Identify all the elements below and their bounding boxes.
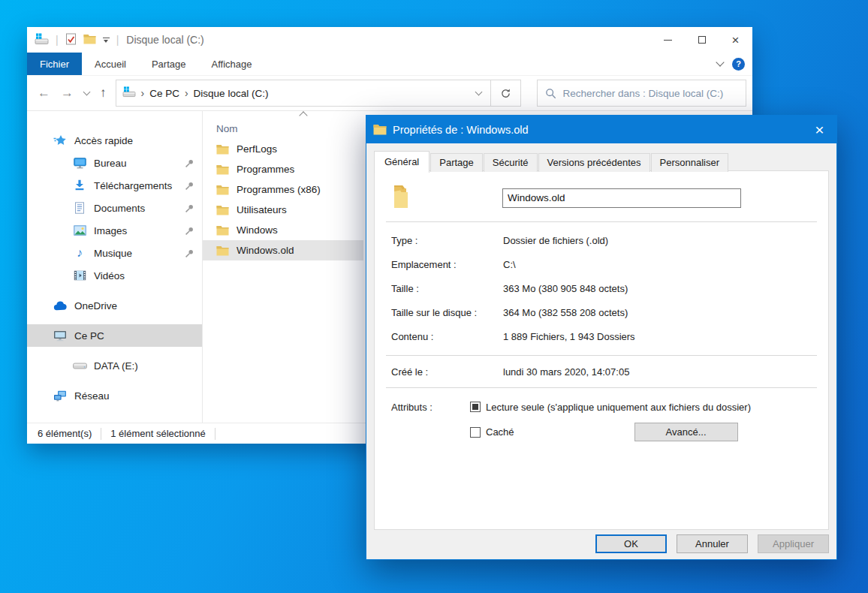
file-row-utilisateurs[interactable]: Utilisateurs	[203, 200, 363, 220]
status-separator	[215, 428, 215, 440]
hidden-checkbox[interactable]	[470, 427, 481, 438]
pin-icon	[185, 181, 194, 191]
sidebar-item-label: Réseau	[74, 390, 110, 402]
close-icon: ×	[732, 34, 740, 47]
maximize-button[interactable]	[685, 27, 719, 53]
maximize-icon	[698, 36, 706, 44]
sidebar-item-reseau[interactable]: Réseau	[27, 384, 202, 407]
address-bar[interactable]: › Ce PC › Disque local (C:)	[116, 80, 491, 107]
tab-accueil[interactable]: Accueil	[82, 53, 139, 75]
file-name: Utilisateurs	[237, 204, 287, 215]
sidebar-item-musique[interactable]: ♪ Musique	[27, 242, 202, 264]
pin-icon	[185, 158, 194, 168]
new-folder-quick-button[interactable]	[83, 34, 96, 47]
sidebar-item-videos[interactable]: Vidéos	[27, 264, 202, 287]
sidebar-item-label: Bureau	[94, 158, 127, 169]
videos-icon	[72, 270, 87, 281]
attributes-section: Attributs : Lecture seule (s'applique un…	[385, 397, 818, 441]
sidebar-item-label: Ce PC	[74, 330, 104, 342]
separator	[386, 387, 817, 388]
folder-icon	[216, 245, 229, 256]
properties-dialog: Propriétés de : Windows.old × Général Pa…	[366, 115, 837, 560]
folder-icon	[216, 164, 229, 175]
property-label: Taille sur le disque :	[391, 307, 503, 318]
property-row-taille-disque: Taille sur le disque : 364 Mo (382 558 2…	[385, 300, 818, 324]
recent-locations-icon[interactable]	[83, 89, 91, 96]
sidebar-item-label: OneDrive	[74, 300, 117, 312]
file-row-programmes[interactable]: Programmes	[203, 159, 363, 179]
tab-partage[interactable]: Partage	[430, 153, 483, 172]
tab-fichier[interactable]: Fichier	[27, 53, 82, 75]
folder-icon	[391, 185, 418, 211]
sidebar-item-onedrive[interactable]: OneDrive	[27, 294, 202, 317]
folder-icon	[216, 144, 229, 155]
minimize-button[interactable]	[651, 27, 685, 53]
selection-count: 1 élément sélectionné	[110, 428, 205, 439]
items-count: 6 élément(s)	[38, 428, 92, 439]
folder-name-input[interactable]	[502, 188, 741, 208]
this-pc-icon	[53, 330, 68, 342]
property-value: 1 889 Fichiers, 1 943 Dossiers	[503, 331, 635, 342]
refresh-button[interactable]	[491, 80, 521, 107]
sidebar-item-label: Images	[94, 225, 127, 236]
network-icon	[53, 390, 68, 402]
dialog-tab-strip: Général Partage Sécurité Versions précéd…	[366, 143, 836, 172]
tab-general[interactable]: Général	[374, 151, 429, 173]
titlebar-separator: |	[56, 34, 59, 46]
sidebar-item-ce-pc[interactable]: Ce PC	[27, 324, 202, 347]
sidebar-item-images[interactable]: Images	[27, 219, 202, 242]
sidebar-item-telechargements[interactable]: Téléchargements	[27, 174, 202, 197]
properties-quick-button[interactable]	[65, 33, 77, 47]
property-value: C:\	[503, 259, 516, 270]
property-row-taille: Taille : 363 Mo (380 905 848 octets)	[385, 276, 818, 300]
tab-partage[interactable]: Partage	[139, 53, 199, 75]
apply-button[interactable]: Appliquer	[758, 534, 829, 553]
forward-button[interactable]: →	[61, 86, 74, 101]
qat-customize-dropdown[interactable]	[103, 38, 110, 43]
tab-affichage[interactable]: Affichage	[198, 53, 264, 75]
tab-versions-precedentes[interactable]: Versions précédentes	[538, 153, 650, 172]
explorer-titlebar: | | Dis	[27, 27, 752, 53]
advanced-button[interactable]: Avancé...	[634, 423, 738, 441]
expand-ribbon-icon[interactable]	[716, 58, 724, 66]
help-icon[interactable]: ?	[732, 58, 745, 71]
cancel-button[interactable]: Annuler	[677, 534, 748, 553]
breadcrumb-ce-pc[interactable]: Ce PC	[149, 88, 179, 99]
back-button[interactable]: ←	[38, 86, 50, 101]
tab-securite[interactable]: Sécurité	[484, 153, 538, 172]
quick-access-icon	[53, 134, 68, 146]
ok-button[interactable]: OK	[595, 534, 667, 553]
close-button[interactable]: ×	[719, 27, 752, 53]
sidebar-item-data-drive[interactable]: DATA (E:)	[27, 354, 202, 377]
dialog-title: Propriétés de : Windows.old	[393, 124, 529, 136]
search-box[interactable]	[537, 80, 746, 107]
onedrive-icon	[53, 301, 68, 311]
readonly-checkbox[interactable]	[470, 402, 481, 412]
file-row-perflogs[interactable]: PerfLogs	[203, 139, 363, 159]
chevron-down-icon	[475, 89, 483, 96]
property-value: 364 Mo (382 558 208 octets)	[503, 307, 628, 318]
downloads-icon	[72, 179, 87, 191]
readonly-checkbox-label: Lecture seule (s'applique uniquement aux…	[486, 402, 751, 413]
breadcrumb-chevron-icon[interactable]: ›	[141, 87, 145, 99]
sidebar-item-documents[interactable]: Documents	[27, 197, 202, 219]
minimize-icon	[664, 40, 672, 41]
search-input[interactable]	[563, 88, 738, 99]
file-row-windows[interactable]: Windows	[203, 220, 363, 240]
breadcrumb-disque-local[interactable]: Disque local (C:)	[194, 88, 269, 99]
address-dropdown-button[interactable]	[468, 80, 490, 106]
sidebar-item-bureau[interactable]: Bureau	[27, 152, 202, 174]
up-button[interactable]: ↑	[100, 86, 107, 101]
hidden-checkbox-label: Caché	[486, 426, 514, 438]
dialog-close-button[interactable]: ×	[803, 116, 836, 143]
file-row-programmes-x86[interactable]: Programmes (x86)	[203, 179, 363, 200]
breadcrumb-chevron-icon[interactable]: ›	[185, 87, 188, 99]
attributes-label: Attributs :	[391, 402, 470, 413]
general-tab-page: Type : Dossier de fichiers (.old) Emplac…	[374, 170, 829, 530]
folder-icon	[373, 124, 387, 135]
file-row-windows-old[interactable]: Windows.old	[203, 240, 363, 260]
sidebar-item-acces-rapide[interactable]: Accès rapide	[27, 129, 202, 152]
tab-personnaliser[interactable]: Personnaliser	[651, 153, 729, 172]
property-label: Emplacement :	[391, 259, 503, 270]
property-value: Dossier de fichiers (.old)	[503, 235, 608, 246]
